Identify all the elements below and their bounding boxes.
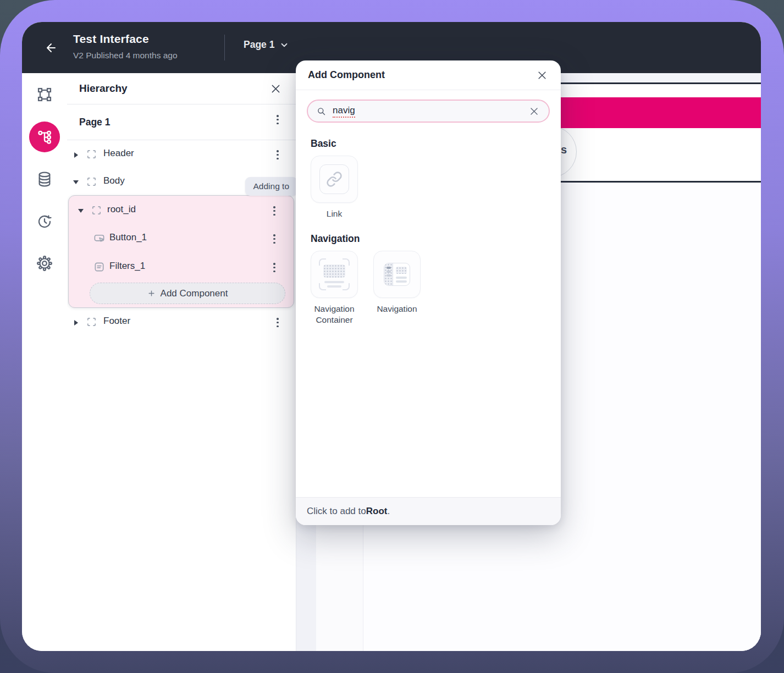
modal-footer: Click to add to Root. [296,497,561,525]
rail-item-settings[interactable] [29,248,60,279]
version-status: V2 Published 4 months ago [73,51,178,60]
tree-row-label: Header [103,148,134,159]
close-icon [270,83,281,95]
search-icon [316,106,327,117]
tile-label: Navigation Container [300,304,368,325]
hierarchy-page-label: Page 1 [79,117,110,128]
disclosure-expanded-icon[interactable] [78,209,84,213]
hierarchy-close-button[interactable] [269,82,283,96]
link-icon-frame [319,164,349,194]
clear-x-icon [529,106,539,117]
add-component-button[interactable]: Add Component [90,283,285,304]
arrow-left-icon [43,41,59,54]
section-heading-basic: Basic [311,138,546,150]
component-tree-icon [36,128,53,146]
component-tile-navigation-container[interactable]: Navigation Container [311,251,358,325]
search-area: navig [296,90,561,123]
page-kebab-menu[interactable] [275,114,280,125]
modal-title: Add Component [308,69,385,81]
navigation-container-icon [319,258,350,290]
component-search-input[interactable]: navig [307,100,550,123]
navigation-tile-box [373,251,421,298]
row-kebab-menu[interactable] [272,205,277,217]
row-kebab-menu[interactable] [275,149,280,161]
tree-row-label: Body [103,175,125,186]
modal-body: Basic Link Navigation [296,123,561,497]
tree-row-filters-1[interactable]: Filters_1 [69,253,294,281]
tree-row-label: Filters_1 [109,261,145,272]
section-heading-navigation: Navigation [311,233,546,245]
hierarchy-page-row[interactable]: Page 1 [67,105,296,140]
chevron-down-icon [279,40,289,50]
component-tile-navigation[interactable]: Navigation [373,251,421,325]
database-icon [36,170,53,188]
tile-label: Link [300,208,368,219]
disclosure-expanded-icon[interactable] [73,180,79,184]
row-kebab-menu[interactable] [275,317,280,328]
tree-row-label: Footer [103,316,130,327]
plus-icon [147,289,156,297]
page-selector[interactable]: Page 1 [244,39,289,51]
preview-circle-button-text: s [561,144,567,156]
frame-component-icon [85,316,98,330]
add-component-modal: Add Component navig Basic [296,60,561,525]
gear-icon [36,255,53,272]
tree-row-root-id[interactable]: root_id [69,196,294,224]
artboard-icon [36,86,53,103]
navigation-container-tile-box [311,251,358,298]
tree-row-label: root_id [107,204,136,215]
row-kebab-menu[interactable] [272,233,277,245]
footer-hint-suffix: . [387,506,390,517]
frame-component-icon [85,148,98,163]
frame-component-icon [85,175,98,190]
rail-item-data[interactable] [29,164,60,195]
disclosure-collapsed-icon[interactable] [74,320,78,326]
filters-component-icon [93,261,106,275]
rail-item-artboard[interactable] [29,79,60,110]
footer-hint-target: Root [366,506,388,517]
navigation-icon [384,263,410,286]
footer-hint-prefix: Click to add to [307,506,366,517]
screenshot-stage: Test Interface V2 Published 4 months ago… [0,0,784,673]
search-clear-button[interactable] [528,105,540,118]
tree-row-footer[interactable]: Footer [67,308,296,336]
button-component-icon [93,232,106,247]
app-title: Test Interface [73,32,149,46]
close-icon [537,70,548,81]
history-clock-icon [36,213,53,230]
hierarchy-panel: Hierarchy Page 1 Header [67,73,296,651]
page-selector-label: Page 1 [244,39,274,51]
modal-header: Add Component [296,60,561,90]
icon-rail [22,73,68,651]
link-tile-box [311,156,358,203]
hierarchy-title: Hierarchy [79,82,128,95]
hierarchy-panel-header: Hierarchy [67,73,296,104]
component-tile-link[interactable]: Link [311,156,358,219]
add-component-button-label: Add Component [161,288,228,299]
frame-component-icon [90,204,103,219]
selected-component-group: root_id Button_1 [68,195,294,308]
rail-item-history[interactable] [29,206,60,237]
tree-row-header[interactable]: Header [67,140,296,168]
row-kebab-menu[interactable] [272,262,277,273]
modal-close-button[interactable] [535,69,549,82]
topbar-divider [224,35,225,60]
tree-row-button-1[interactable]: Button_1 [69,224,294,252]
back-button[interactable] [43,40,59,56]
rail-item-component-tree[interactable] [29,122,60,152]
disclosure-collapsed-icon[interactable] [74,152,78,158]
tree-row-label: Button_1 [109,232,147,243]
search-query-text: navig [333,105,355,118]
adding-to-tooltip: Adding to [245,177,297,196]
link-icon [326,171,343,187]
tile-label: Navigation [363,304,431,314]
